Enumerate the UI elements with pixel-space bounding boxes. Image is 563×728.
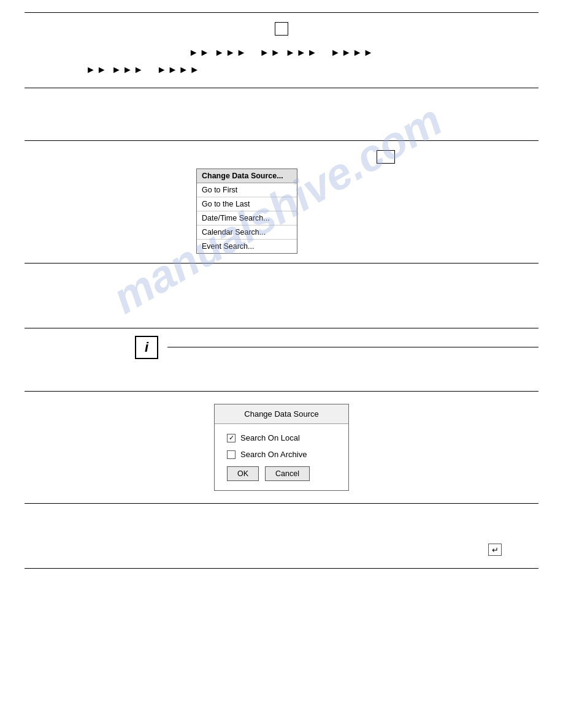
- menu-item-go-last[interactable]: Go to the Last: [197, 197, 297, 211]
- checkbox-row-local: Search On Local: [227, 433, 336, 442]
- menu-square: [377, 150, 395, 164]
- ok-button[interactable]: OK: [227, 466, 259, 481]
- info-icon: i: [135, 336, 158, 359]
- menu-item-calendar-search[interactable]: Calendar Search...: [197, 226, 297, 240]
- content-area-3: [25, 382, 538, 391]
- dialog-title: Change Data Source: [215, 404, 348, 424]
- menu-item-event-search[interactable]: Event Search...: [197, 240, 297, 253]
- checkbox-archive-label: Search On Archive: [240, 450, 307, 459]
- content-area-4: [25, 519, 538, 537]
- info-icon-label: i: [145, 339, 148, 355]
- content-area-2: [25, 279, 538, 328]
- checkbox-row-archive: Search On Archive: [227, 450, 336, 459]
- top-arrows-row: ►► ►►► ►► ►►► ►►►►: [25, 47, 538, 58]
- checkbox-local-label: Search On Local: [240, 433, 300, 442]
- checkbox-search-local[interactable]: [227, 434, 236, 442]
- bottom-section: ↵: [25, 544, 538, 556]
- info-divider-line: [167, 347, 538, 347]
- dialog-section: Change Data Source Search On Local Searc…: [25, 391, 538, 504]
- cancel-button[interactable]: Cancel: [265, 466, 310, 481]
- enter-symbol: ↵: [492, 545, 499, 555]
- arrow-group-b1: ►► ►►►: [86, 64, 145, 75]
- checkbox-search-archive[interactable]: [227, 450, 236, 459]
- arrow-group-b2: ►►►►: [157, 64, 201, 75]
- bottom-arrows-row: ►► ►►► ►►►►: [25, 64, 538, 75]
- dropdown-menu: Change Data Source... Go to First Go to …: [196, 169, 297, 254]
- content-area-1: [25, 104, 538, 140]
- arrow-group-2: ►► ►►►: [259, 47, 318, 58]
- menu-item-datetime-search[interactable]: Date/Time Search...: [197, 211, 297, 226]
- change-data-source-dialog: Change Data Source Search On Local Searc…: [214, 404, 349, 491]
- top-small-square: [275, 22, 288, 36]
- bottom-divider: [25, 568, 538, 569]
- arrow-group-3: ►►►►: [331, 47, 374, 58]
- menu-item-change-source[interactable]: Change Data Source...: [197, 169, 297, 183]
- menu-section: Change Data Source... Go to First Go to …: [25, 140, 538, 264]
- dialog-buttons: OK Cancel: [227, 466, 336, 481]
- dialog-content: Search On Local Search On Archive OK Can…: [215, 424, 348, 490]
- top-arrows-section: ►► ►►► ►► ►►► ►►►► ►► ►►► ►►►►: [25, 12, 538, 88]
- menu-item-go-first[interactable]: Go to First: [197, 183, 297, 197]
- info-section: i: [25, 328, 538, 366]
- arrow-group-1: ►► ►►►: [189, 47, 248, 58]
- enter-icon: ↵: [488, 544, 502, 556]
